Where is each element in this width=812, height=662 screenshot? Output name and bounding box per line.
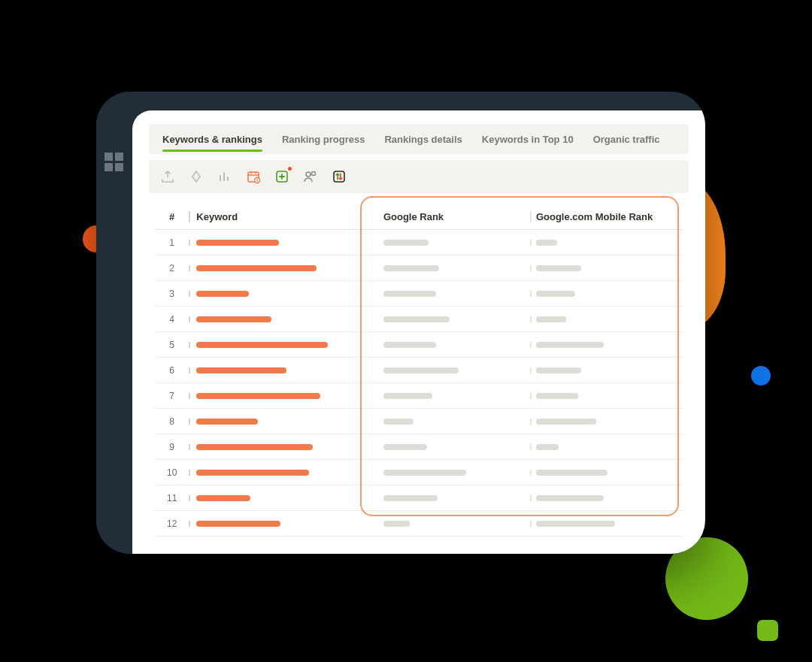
cell-keyword (189, 367, 367, 373)
table-row[interactable]: 7 (155, 383, 683, 409)
cell-mobile-rank (530, 419, 683, 425)
cell-mobile-rank (530, 240, 683, 246)
cell-mobile-rank (530, 316, 683, 322)
cell-mobile-rank (530, 444, 683, 450)
cell-google-rank (367, 444, 530, 450)
row-index: 4 (155, 314, 189, 325)
cell-keyword (189, 470, 367, 476)
row-index: 9 (155, 442, 189, 452)
tab-1[interactable]: Ranking progress (282, 134, 365, 145)
toolbar (149, 160, 689, 193)
keywords-table: # Keyword Google Rank Google.com Mobile … (155, 204, 683, 537)
col-google-rank[interactable]: Google Rank (367, 211, 530, 222)
add-icon[interactable] (274, 168, 290, 185)
col-keyword[interactable]: Keyword (189, 211, 367, 222)
tab-3[interactable]: Keywords in Top 10 (482, 134, 574, 145)
row-index: 8 (155, 416, 189, 427)
row-index: 3 (155, 289, 189, 299)
cell-google-rank (367, 291, 530, 297)
cell-keyword (189, 444, 367, 450)
col-mobile-rank[interactable]: Google.com Mobile Rank (530, 211, 683, 222)
cell-google-rank (367, 470, 530, 476)
sort-icon[interactable] (331, 168, 347, 185)
cell-google-rank (367, 265, 530, 271)
screen: Keywords & rankingsRanking progressRanki… (132, 110, 705, 554)
stage: Keywords & rankingsRanking progressRanki… (0, 0, 812, 662)
cell-keyword (189, 419, 367, 425)
cell-mobile-rank (530, 342, 683, 348)
tab-2[interactable]: Rankings details (384, 134, 462, 145)
cell-mobile-rank (530, 265, 683, 271)
cell-mobile-rank (530, 367, 683, 373)
app-logo-icon (104, 152, 125, 173)
col-index[interactable]: # (155, 211, 189, 222)
cell-mobile-rank (530, 393, 683, 399)
row-index: 7 (155, 391, 189, 401)
table-row[interactable]: 12 (155, 511, 683, 537)
assign-icon[interactable] (302, 168, 319, 185)
decor-green-small (757, 620, 778, 641)
row-index: 10 (155, 467, 189, 478)
cell-keyword (189, 521, 367, 527)
row-index: 6 (155, 365, 189, 376)
cell-google-rank (367, 521, 530, 527)
cell-keyword (189, 316, 367, 322)
cell-keyword (189, 495, 367, 501)
row-index: 5 (155, 340, 189, 350)
cell-google-rank (367, 342, 530, 348)
cell-google-rank (367, 316, 530, 322)
cell-keyword (189, 265, 367, 271)
svg-point-7 (306, 172, 311, 177)
cell-keyword (189, 342, 367, 348)
svg-point-8 (312, 172, 316, 176)
cell-google-rank (367, 393, 530, 399)
table-header: # Keyword Google Rank Google.com Mobile … (155, 204, 683, 230)
tab-0[interactable]: Keywords & rankings (162, 134, 262, 145)
table-row[interactable]: 2 (155, 255, 683, 281)
cell-keyword (189, 291, 367, 297)
cell-keyword (189, 393, 367, 399)
cell-keyword (189, 240, 367, 246)
cell-google-rank (367, 495, 530, 501)
svg-rect-3 (115, 163, 123, 171)
cell-mobile-rank (530, 291, 683, 297)
tab-4[interactable]: Organic traffic (593, 134, 660, 145)
row-index: 2 (155, 263, 189, 274)
cell-google-rank (367, 419, 530, 425)
table-row[interactable]: 3 (155, 281, 683, 307)
decor-blue (751, 366, 771, 385)
cell-google-rank (367, 240, 530, 246)
table-row[interactable]: 10 (155, 460, 683, 485)
merge-icon[interactable] (188, 168, 205, 185)
row-index: 12 (155, 518, 189, 529)
tablet-frame: Keywords & rankingsRanking progressRanki… (96, 92, 705, 554)
schedule-icon[interactable] (245, 168, 262, 185)
svg-rect-9 (334, 171, 344, 182)
cell-mobile-rank (530, 470, 683, 476)
table-row[interactable]: 1 (155, 230, 683, 255)
svg-rect-1 (115, 153, 123, 161)
cell-mobile-rank (530, 495, 683, 501)
cell-google-rank (367, 367, 530, 373)
svg-rect-0 (105, 153, 113, 161)
row-index: 11 (155, 493, 189, 503)
table-row[interactable]: 6 (155, 358, 683, 383)
table-row[interactable]: 9 (155, 434, 683, 460)
table-row[interactable]: 8 (155, 409, 683, 434)
side-rail (96, 92, 132, 554)
cell-mobile-rank (530, 521, 683, 527)
export-icon[interactable] (159, 168, 176, 185)
row-index: 1 (155, 237, 189, 248)
svg-rect-2 (105, 163, 113, 171)
stats-icon[interactable] (217, 168, 233, 185)
table-row[interactable]: 5 (155, 332, 683, 358)
table-row[interactable]: 11 (155, 485, 683, 511)
tab-bar: Keywords & rankingsRanking progressRanki… (149, 124, 689, 154)
table-row[interactable]: 4 (155, 307, 683, 332)
